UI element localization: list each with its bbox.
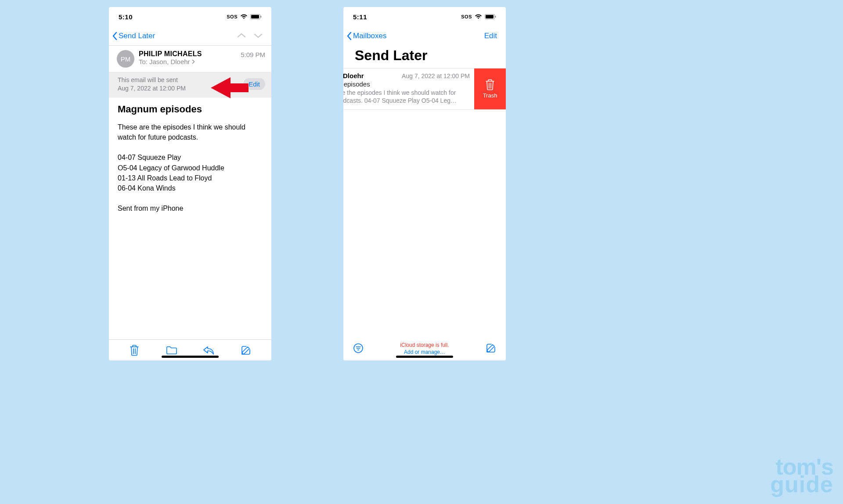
folder-icon: [166, 346, 177, 355]
email-timestamp: 5:09 PM: [241, 50, 265, 58]
phone-screenshot-message-view: 5:10 SOS Send Later PM PH: [109, 7, 271, 360]
to-recipients: Jason, Dloehr: [149, 58, 190, 65]
email-subject: Magnum episodes: [118, 104, 263, 115]
row-preview: are the episodes I think we should watch…: [343, 89, 470, 104]
chevron-right-icon: [192, 59, 195, 64]
edit-scheduled-button[interactable]: Edit: [243, 78, 265, 90]
row-date: Aug 7, 2022 at 12:00 PM: [402, 72, 470, 79]
chevron-left-icon: [347, 32, 352, 40]
email-body: Magnum episodes These are the episodes I…: [109, 97, 271, 339]
back-button[interactable]: Send Later: [112, 32, 155, 40]
compose-icon: [241, 345, 251, 356]
storage-notice[interactable]: iCloud storage is full. Add or manage…: [400, 342, 449, 356]
svg-rect-6: [495, 16, 496, 18]
status-bar: 5:10 SOS: [109, 7, 271, 26]
status-icons: SOS: [227, 14, 262, 19]
email-body-text: These are the episodes I think we should…: [118, 122, 263, 214]
filter-button[interactable]: [353, 343, 364, 355]
storage-full-label: iCloud storage is full.: [400, 342, 449, 349]
scheduled-label: This email will be sent: [118, 76, 186, 84]
phone-screenshot-list-view: 5:11 SOS Mailboxes Edit Send Later & Dlo…: [343, 7, 506, 360]
row-subject: m episodes: [343, 80, 470, 88]
reply-icon: [203, 346, 214, 355]
home-indicator[interactable]: [162, 356, 219, 358]
watermark-logo: tom's guide: [770, 458, 833, 493]
chevron-up-icon: [237, 33, 246, 38]
compose-button[interactable]: [486, 343, 496, 355]
nav-bar: Mailboxes Edit: [343, 26, 506, 46]
nav-arrows: [237, 32, 268, 40]
wifi-icon: [475, 14, 482, 19]
row-sender: & Dloehr: [343, 72, 364, 79]
prev-message-button[interactable]: [237, 32, 246, 40]
wifi-icon: [240, 14, 248, 19]
reply-button[interactable]: [203, 345, 214, 356]
scheduled-date: Aug 7, 2022 at 12:00 PM: [118, 84, 186, 93]
email-list-row[interactable]: & Dloehr Aug 7, 2022 at 12:00 PM m episo…: [343, 68, 506, 110]
compose-button[interactable]: [240, 345, 252, 356]
edit-list-button[interactable]: Edit: [484, 32, 502, 40]
status-time: 5:10: [119, 13, 133, 21]
to-prefix: To:: [139, 58, 148, 65]
trash-icon: [485, 79, 495, 90]
page-title: Send Later: [343, 46, 506, 68]
sos-indicator: SOS: [461, 14, 472, 19]
sos-indicator: SOS: [227, 14, 238, 19]
status-time: 5:11: [353, 13, 367, 21]
move-button[interactable]: [166, 345, 177, 356]
compose-icon: [486, 343, 496, 353]
status-bar: 5:11 SOS: [343, 7, 506, 26]
back-label: Send Later: [119, 32, 155, 40]
chevron-down-icon: [254, 33, 263, 38]
trash-button[interactable]: [129, 345, 140, 356]
sender-name[interactable]: PHILIP MICHAELS: [139, 50, 236, 58]
home-indicator[interactable]: [396, 356, 453, 358]
recipients-line[interactable]: To: Jason, Dloehr: [139, 58, 236, 65]
email-header: PM PHILIP MICHAELS To: Jason, Dloehr 5:0…: [109, 46, 271, 72]
back-button[interactable]: Mailboxes: [347, 32, 387, 40]
next-message-button[interactable]: [254, 32, 263, 40]
swipe-trash-button[interactable]: Trash: [474, 68, 506, 109]
battery-icon: [250, 14, 262, 19]
trash-label: Trash: [483, 92, 497, 99]
battery-icon: [485, 14, 496, 19]
svg-rect-5: [486, 15, 494, 18]
back-label: Mailboxes: [353, 32, 387, 40]
svg-rect-1: [251, 15, 259, 18]
svg-rect-2: [261, 16, 262, 18]
scheduled-send-banner: This email will be sent Aug 7, 2022 at 1…: [109, 72, 271, 97]
nav-bar: Send Later: [109, 26, 271, 46]
trash-icon: [130, 345, 139, 356]
storage-manage-link: Add or manage…: [400, 349, 449, 356]
sender-avatar[interactable]: PM: [117, 50, 134, 68]
status-icons: SOS: [461, 14, 496, 19]
chevron-left-icon: [112, 32, 118, 40]
filter-icon: [353, 343, 364, 353]
